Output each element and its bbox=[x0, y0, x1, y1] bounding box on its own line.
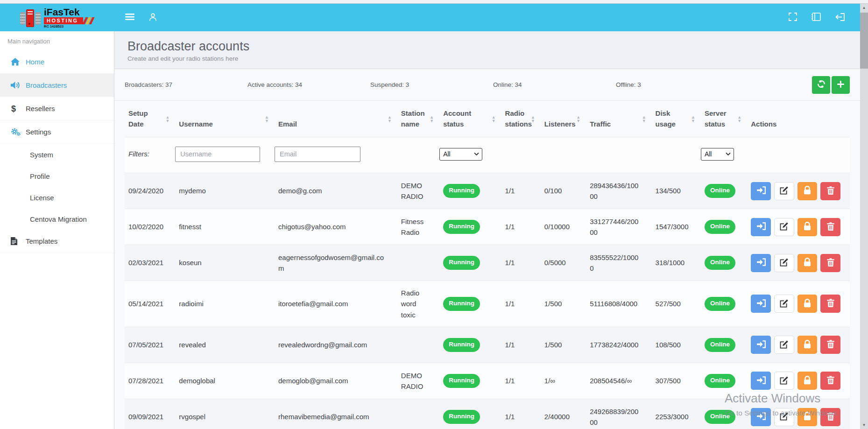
cell-station_name: DEMO RADIO bbox=[397, 173, 439, 209]
column-header-listeners[interactable]: Listeners▲▼ bbox=[541, 101, 586, 137]
cell-email: demoglob@gmail.com bbox=[275, 363, 397, 399]
sort-arrows-icon[interactable]: ▲▼ bbox=[430, 115, 434, 123]
page-scrollbar[interactable]: ▲ ▼ bbox=[860, 4, 868, 429]
suspend-button[interactable] bbox=[797, 254, 818, 272]
delete-button[interactable] bbox=[820, 372, 840, 390]
cell-email: revealedwordng@gmail.com bbox=[275, 327, 397, 363]
delete-button[interactable] bbox=[820, 218, 840, 236]
scrollbar-thumb[interactable] bbox=[860, 13, 868, 69]
column-header-traffic[interactable]: Traffic▲▼ bbox=[586, 101, 651, 137]
user-menu-button[interactable] bbox=[141, 4, 164, 31]
edit-button[interactable] bbox=[774, 295, 794, 313]
username-filter-input[interactable] bbox=[175, 147, 260, 162]
login-button[interactable] bbox=[751, 408, 771, 426]
sidebar-subitem-license[interactable]: License bbox=[0, 187, 114, 208]
cell-disk_usage: 527/500 bbox=[652, 281, 701, 327]
sort-arrows-icon[interactable]: ▲▼ bbox=[165, 115, 169, 123]
delete-button[interactable] bbox=[820, 408, 840, 426]
cell-account_status: Running bbox=[439, 245, 501, 281]
column-header-server-status[interactable]: Server status▲▼ bbox=[701, 101, 747, 137]
sidebar: Main navigation HomeBroadcasters$Reselle… bbox=[0, 31, 114, 429]
control-sidebar-button[interactable] bbox=[804, 4, 828, 31]
cell-traffic: 249268839/20000 bbox=[586, 399, 651, 429]
sidebar-subitem-profile[interactable]: Profile bbox=[0, 165, 114, 187]
table-row: 02/03/2021koseuneagernessofgodwosem@gmai… bbox=[125, 245, 850, 281]
sort-arrows-icon[interactable]: ▲▼ bbox=[531, 115, 535, 123]
delete-button[interactable] bbox=[820, 295, 840, 313]
add-broadcaster-button[interactable] bbox=[832, 76, 850, 94]
topbar: iFasTek HOSTING RC 1428523 bbox=[0, 4, 860, 31]
cell-actions bbox=[747, 245, 850, 281]
login-button[interactable] bbox=[751, 254, 771, 272]
sidebar-item-templates[interactable]: Templates bbox=[0, 230, 114, 253]
column-header-disk-usage[interactable]: Disk usage▲▼ bbox=[652, 101, 701, 137]
email-filter-input[interactable] bbox=[275, 147, 360, 162]
login-button[interactable] bbox=[751, 336, 771, 354]
login-button[interactable] bbox=[751, 182, 771, 200]
cell-server_status: Online bbox=[701, 327, 747, 363]
edit-button[interactable] bbox=[774, 218, 794, 236]
cell-station_name: Fitness Radio bbox=[397, 209, 439, 245]
suspend-button[interactable] bbox=[797, 372, 818, 390]
suspend-button[interactable] bbox=[797, 295, 818, 313]
delete-button[interactable] bbox=[820, 254, 840, 272]
edit-button[interactable] bbox=[774, 254, 794, 272]
column-header-username[interactable]: Username▲▼ bbox=[175, 101, 275, 137]
cell-listeners: 1/500 bbox=[541, 281, 586, 327]
login-button[interactable] bbox=[751, 295, 771, 313]
app-window: iFasTek HOSTING RC 1428523 Main navigati… bbox=[0, 0, 868, 429]
cell-username: rvgospel bbox=[175, 399, 275, 429]
login-button[interactable] bbox=[751, 372, 771, 390]
edit-button[interactable] bbox=[774, 372, 794, 390]
sort-arrows-icon[interactable]: ▲▼ bbox=[388, 115, 392, 123]
edit-button[interactable] bbox=[774, 182, 794, 200]
sort-arrows-icon[interactable]: ▲▼ bbox=[492, 115, 496, 123]
sort-arrows-icon[interactable]: ▲▼ bbox=[265, 115, 269, 123]
cell-listeners: 0/5000 bbox=[541, 245, 586, 281]
login-button[interactable] bbox=[751, 218, 771, 236]
fullscreen-button[interactable] bbox=[782, 4, 804, 31]
column-header-setup-date[interactable]: Setup Date▲▼ bbox=[125, 101, 175, 137]
delete-button[interactable] bbox=[820, 182, 840, 200]
sort-arrows-icon[interactable]: ▲▼ bbox=[737, 115, 741, 123]
column-header-account-status[interactable]: Account status▲▼ bbox=[439, 101, 501, 137]
edit-icon bbox=[780, 222, 789, 232]
sidebar-subitem-centova-migration[interactable]: Centova Migration bbox=[0, 208, 114, 230]
column-header-station-name[interactable]: Station name▲▼ bbox=[397, 101, 439, 137]
sidebar-subitem-system[interactable]: System bbox=[0, 144, 114, 165]
fullscreen-icon bbox=[789, 13, 797, 22]
suspend-button[interactable] bbox=[797, 218, 818, 236]
cell-disk_usage: 134/500 bbox=[652, 173, 701, 209]
stats-row: Broadcasters: 37Active accounts: 34Suspe… bbox=[125, 81, 739, 88]
sort-arrows-icon[interactable]: ▲▼ bbox=[576, 115, 580, 123]
edit-button[interactable] bbox=[774, 336, 794, 354]
column-header-radio-stations[interactable]: Radio stations▲▼ bbox=[501, 101, 541, 137]
sort-arrows-icon[interactable]: ▲▼ bbox=[691, 115, 695, 123]
sidebar-item-label: Settings bbox=[26, 128, 51, 136]
edit-button[interactable] bbox=[774, 408, 794, 426]
refresh-button[interactable] bbox=[812, 76, 830, 94]
suspend-button[interactable] bbox=[797, 182, 818, 200]
sort-arrows-icon[interactable]: ▲▼ bbox=[642, 115, 646, 123]
speaker-icon bbox=[11, 81, 26, 89]
suspend-button[interactable] bbox=[797, 408, 818, 426]
sidebar-item-broadcasters[interactable]: Broadcasters bbox=[0, 74, 114, 97]
delete-button[interactable] bbox=[820, 336, 840, 354]
trash-icon bbox=[827, 186, 834, 196]
scrollbar-down-arrow[interactable]: ▼ bbox=[860, 421, 868, 429]
brand-logo[interactable]: iFasTek HOSTING RC 1428523 bbox=[0, 4, 114, 31]
cell-setup_date: 10/02/2020 bbox=[125, 209, 175, 245]
sidebar-item-settings[interactable]: Settings bbox=[0, 120, 114, 144]
scrollbar-up-arrow[interactable]: ▲ bbox=[860, 4, 868, 12]
account_status-filter-select[interactable]: All bbox=[439, 148, 482, 161]
page-subtitle: Create and edit your radio stations here bbox=[127, 55, 847, 62]
server_status-filter-select[interactable]: All bbox=[701, 148, 734, 161]
sidebar-item-home[interactable]: Home bbox=[0, 50, 114, 74]
server-status-badge: Online bbox=[705, 338, 735, 352]
logout-button[interactable] bbox=[828, 4, 852, 31]
column-header-email[interactable]: Email▲▼ bbox=[275, 101, 397, 137]
sidebar-toggle-button[interactable] bbox=[118, 4, 141, 31]
suspend-button[interactable] bbox=[797, 336, 818, 354]
sidebar-item-resellers[interactable]: $Resellers bbox=[0, 97, 114, 120]
cell-username: revealed bbox=[175, 327, 275, 363]
